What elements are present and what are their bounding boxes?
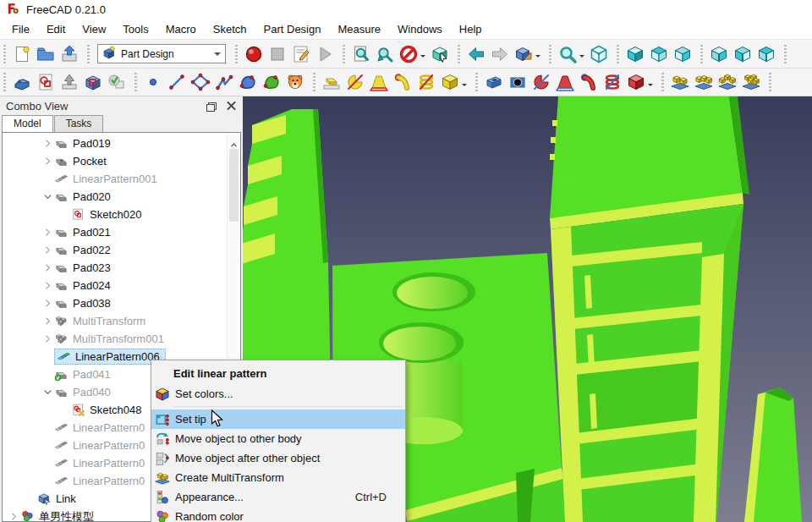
menu-measure[interactable]: Measure [329,20,389,38]
pattern-polar-button[interactable] [716,70,739,94]
geo-polyline-button[interactable] [212,70,236,94]
sketch-attach-button[interactable] [58,70,81,94]
chevron-right-icon[interactable] [41,155,54,168]
geo-line-button[interactable] [165,70,189,94]
context-menu-item-move-object-to-other-body[interactable]: Move object to other body [151,429,405,448]
loft-sub-button[interactable] [553,70,577,94]
body-button[interactable] [10,70,34,94]
tab-tasks[interactable]: Tasks [54,115,104,132]
select-box-button[interactable] [428,42,452,66]
context-menu-item-set-colors[interactable]: Set colors... [151,384,405,404]
sketch-map-button[interactable] [81,70,105,94]
tree-item-Pad019[interactable]: Pad019 [3,135,240,152]
fit-selection-button[interactable] [373,42,397,66]
pocket-button[interactable] [482,70,506,94]
scrollbar-thumb[interactable] [229,149,239,222]
scroll-up-icon[interactable] [230,137,238,145]
prim-sub-button[interactable] [624,70,648,94]
fit-all-button[interactable] [349,42,373,66]
dog-button[interactable] [283,70,307,94]
sketch-validate-button[interactable] [105,70,129,94]
geo-spline-button[interactable] [236,70,260,94]
open-button[interactable] [34,42,58,66]
macro-edit-button[interactable] [289,42,313,66]
zoom-button[interactable] [556,42,579,66]
cube-bottom-button[interactable] [731,42,754,66]
pipe-sub-button[interactable] [577,70,601,94]
menu-view[interactable]: View [74,20,114,38]
panel-float-button[interactable] [202,99,219,113]
helix-add-button[interactable] [414,70,438,94]
menu-windows[interactable]: Windows [389,20,451,38]
cube-front-button[interactable] [623,42,647,66]
menu-part-design[interactable]: Part Design [255,20,330,38]
chevron-right-icon[interactable] [41,297,54,310]
menu-edit[interactable]: Edit [38,20,74,38]
stop-button[interactable] [266,42,289,66]
context-menu-item-appearance[interactable]: Appearance...Ctrl+D [151,487,405,507]
loft-add-button[interactable] [367,70,391,94]
menu-help[interactable]: Help [451,20,491,38]
tab-model[interactable]: Model [2,115,53,132]
cube-top-button[interactable] [647,42,671,66]
zoom-dropdown-icon[interactable] [579,55,584,60]
chevron-right-icon[interactable] [41,261,54,274]
mirrored-button[interactable] [668,70,692,94]
deny-nav-button[interactable] [397,42,420,66]
link-nav-button[interactable] [512,42,535,66]
context-menu-default-action[interactable]: Edit linear pattern [151,363,405,384]
play-button[interactable] [313,42,337,66]
sketch-new-button[interactable] [34,70,58,94]
geo-face-button[interactable] [260,70,283,94]
chevron-right-icon[interactable] [41,279,54,292]
chevron-right-icon[interactable] [41,244,54,256]
multitransform-button[interactable] [739,70,763,94]
helix-sub-button[interactable] [601,70,624,94]
cube-rear-button[interactable] [707,42,731,66]
workbench-selector[interactable]: Part Design [97,44,226,63]
new-doc-button[interactable] [10,42,34,66]
menu-macro[interactable]: Macro [157,20,205,38]
geo-rect-button[interactable] [189,70,212,94]
context-menu-item-move-object-after-other-object[interactable]: Move object after other object [151,448,405,468]
geo-point-button[interactable] [141,70,165,94]
cube-right-button[interactable] [671,42,694,66]
tree-item-Pocket[interactable]: Pocket [3,152,240,170]
deny-nav-dropdown-icon[interactable] [420,55,425,60]
menu-sketch[interactable]: Sketch [205,20,255,38]
cube-axo-button[interactable] [587,42,611,66]
cube-left-button[interactable] [754,42,778,66]
revolution-button[interactable] [343,70,367,94]
tree-item-LinearPattern001[interactable]: LinearPattern001 [3,170,240,188]
chevron-down-icon[interactable] [41,190,54,203]
pad-button[interactable] [320,70,343,94]
tree-item-MultiTransform001[interactable]: MultiTransform001 [3,330,240,348]
menu-file[interactable]: File [3,20,38,38]
context-menu-item-random-color[interactable]: Random color [151,507,405,522]
chevron-right-icon[interactable] [41,137,54,150]
nav-forward-button[interactable] [488,42,512,66]
pattern-linear-button[interactable] [692,70,716,94]
panel-close-button[interactable] [222,99,239,113]
tree-item-Pad020[interactable]: Pad020 [3,188,240,206]
tree-item-Pad024[interactable]: Pad024 [3,277,240,294]
tree-item-Pad022[interactable]: Pad022 [3,241,240,259]
hole-button[interactable] [506,70,529,94]
chevron-right-icon[interactable] [41,332,54,345]
pipe-add-button[interactable] [391,70,414,94]
tree-item-Pad021[interactable]: Pad021 [3,223,240,241]
chevron-right-icon[interactable] [41,226,54,239]
menu-tools[interactable]: Tools [114,20,156,38]
context-menu-item-create-multitransform[interactable]: Create MultiTransform [151,468,405,487]
record-button[interactable] [242,42,266,66]
tree-item-Pad038[interactable]: Pad038 [3,294,240,312]
chevron-right-icon[interactable] [8,510,20,522]
save-button[interactable] [58,42,81,66]
link-nav-dropdown-icon[interactable] [535,55,540,60]
prim-sub-dropdown-icon[interactable] [648,84,653,89]
groove-button[interactable] [529,70,553,94]
context-menu-item-set-tip[interactable]: Set tip [151,409,405,429]
tree-item-Pad023[interactable]: Pad023 [3,259,240,277]
prim-add-dropdown-icon[interactable] [462,84,467,89]
nav-back-button[interactable] [464,42,488,66]
